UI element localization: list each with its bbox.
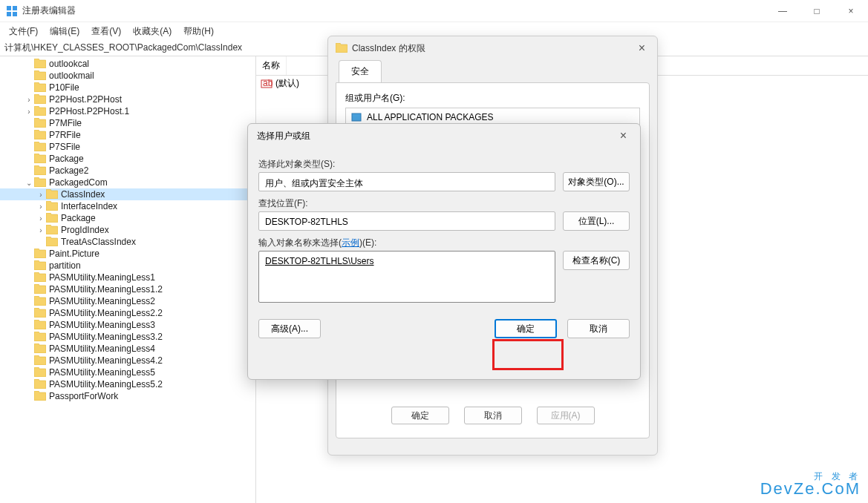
tree-item[interactable]: PASMUtility.MeaningLess1.2 xyxy=(0,283,255,295)
tree-caret-icon[interactable]: › xyxy=(24,96,34,104)
tree-item[interactable]: PASMUtility.MeaningLess2 xyxy=(0,295,255,307)
tree-item[interactable]: PassportForWork xyxy=(0,390,255,402)
tree-caret-icon[interactable]: ⌄ xyxy=(24,179,34,187)
folder-icon xyxy=(34,379,46,389)
tree-item[interactable]: P10File xyxy=(0,82,255,93)
perm-cancel-button[interactable]: 取消 xyxy=(464,407,522,424)
tree-item[interactable]: TreatAsClassIndex xyxy=(0,236,255,248)
svg-rect-2 xyxy=(7,12,11,16)
close-button[interactable]: × xyxy=(834,0,868,22)
tree-item-label: P7SFile xyxy=(49,142,80,152)
select-dialog-body: 选择此对象类型(S): 用户、组或内置安全主体 对象类型(O)... 查找位置(… xyxy=(248,148,640,319)
column-name[interactable]: 名称 xyxy=(256,56,287,75)
app-icon xyxy=(6,5,18,17)
object-name-input[interactable]: DESKTOP-82TLHLS\Users xyxy=(258,251,555,303)
tree-item[interactable]: PASMUtility.MeaningLess2.2 xyxy=(0,307,255,319)
list-item[interactable]: ALL APPLICATION PACKAGES xyxy=(347,110,638,125)
tree-item[interactable]: PASMUtility.MeaningLess5.2 xyxy=(0,378,255,390)
default-value-name: (默认) xyxy=(275,77,299,90)
tree-item[interactable]: PASMUtility.MeaningLess1 xyxy=(0,272,255,283)
tree-item[interactable]: ›P2PHost.P2PHost xyxy=(0,93,255,105)
tab-security[interactable]: 安全 xyxy=(339,60,382,82)
folder-icon xyxy=(34,308,46,318)
menu-help[interactable]: 帮助(H) xyxy=(177,24,220,39)
tree-item[interactable]: ›InterfaceIndex xyxy=(0,200,255,212)
examples-link[interactable]: 示例 xyxy=(342,237,359,248)
tree-item[interactable]: Package xyxy=(0,153,255,165)
tree-item[interactable]: Package2 xyxy=(0,165,255,177)
object-types-button[interactable]: 对象类型(O)... xyxy=(563,172,630,191)
tree-item[interactable]: PASMUtility.MeaningLess5 xyxy=(0,366,255,378)
tree-caret-icon[interactable]: › xyxy=(36,203,46,211)
list-item-label: ALL APPLICATION PACKAGES xyxy=(367,112,494,122)
folder-icon xyxy=(34,355,46,366)
tree-item[interactable]: PASMUtility.MeaningLess4 xyxy=(0,343,255,355)
select-dialog-footer: 高级(A)... 确定 取消 xyxy=(248,319,640,349)
tree-item[interactable]: ⌄PackagedCom xyxy=(0,177,255,188)
tree-item-label: TreatAsClassIndex xyxy=(61,237,136,247)
minimize-button[interactable]: — xyxy=(766,0,800,22)
tree-item[interactable]: outlookmail xyxy=(0,70,255,82)
permissions-close-button[interactable]: × xyxy=(634,40,650,56)
perm-ok-button[interactable]: 确定 xyxy=(391,407,449,424)
tree-item[interactable]: P7SFile xyxy=(0,141,255,153)
svg-rect-3 xyxy=(13,12,17,16)
select-dialog-close-button[interactable]: × xyxy=(616,128,631,144)
highlight-annotation xyxy=(492,339,564,370)
tree-panel[interactable]: outlookcaloutlookmailP10File›P2PHost.P2P… xyxy=(0,56,256,503)
tree-item-label: PackagedCom xyxy=(49,177,108,188)
tree-item[interactable]: P7RFile xyxy=(0,129,255,141)
tree-caret-icon[interactable]: › xyxy=(36,214,46,223)
tree-item[interactable]: partition xyxy=(0,260,255,272)
tree-item[interactable]: ›ClassIndex xyxy=(0,188,255,200)
maximize-button[interactable]: □ xyxy=(800,0,834,22)
tree-item-label: P7MFile xyxy=(49,118,82,128)
folder-icon xyxy=(34,249,46,259)
tree-item-label: PassportForWork xyxy=(49,391,118,401)
menu-edit[interactable]: 编辑(E) xyxy=(44,24,85,39)
tree-item[interactable]: Paint.Picture xyxy=(0,248,255,260)
tree-item[interactable]: P7MFile xyxy=(0,117,255,129)
advanced-button[interactable]: 高级(A)... xyxy=(258,319,321,338)
folder-icon xyxy=(46,189,58,200)
tree-caret-icon[interactable]: › xyxy=(36,191,46,199)
folder-icon xyxy=(34,260,46,271)
tree-item[interactable]: outlookcal xyxy=(0,58,255,70)
tree-item[interactable]: PASMUtility.MeaningLess3.2 xyxy=(0,331,255,343)
folder-icon xyxy=(34,59,46,69)
tree-item-label: P2PHost.P2PHost xyxy=(49,94,122,105)
tree-item-label: PASMUtility.MeaningLess5.2 xyxy=(49,379,163,389)
tree-item-label: P7RFile xyxy=(49,130,81,140)
menu-favorites[interactable]: 收藏夹(A) xyxy=(127,24,177,39)
string-value-icon: ab xyxy=(261,78,273,90)
menu-file[interactable]: 文件(F) xyxy=(3,24,44,39)
select-cancel-button[interactable]: 取消 xyxy=(567,319,630,338)
menu-view[interactable]: 查看(V) xyxy=(85,24,127,39)
folder-icon xyxy=(34,296,46,306)
tree-caret-icon[interactable]: › xyxy=(24,108,34,116)
folder-icon xyxy=(34,332,46,342)
tree-item-label: InterfaceIndex xyxy=(61,201,117,211)
tree-caret-icon[interactable]: › xyxy=(36,226,46,234)
tree-item[interactable]: ›P2PHost.P2PHost.1 xyxy=(0,105,255,117)
locations-button[interactable]: 位置(L)... xyxy=(563,211,630,231)
group-users-label: 组或用户名(G): xyxy=(345,92,640,105)
check-names-button[interactable]: 检查名称(C) xyxy=(563,251,630,270)
perm-apply-button[interactable]: 应用(A) xyxy=(537,407,595,424)
tree-item[interactable]: ›ProgIdIndex xyxy=(0,224,255,236)
tree-item-label: ClassIndex xyxy=(61,189,105,200)
entered-object-name: DESKTOP-82TLHLS\Users xyxy=(265,256,374,266)
tree-item[interactable]: PASMUtility.MeaningLess3 xyxy=(0,319,255,331)
permissions-titlebar: ClassIndex 的权限 × xyxy=(328,36,657,60)
tree-item-label: Package2 xyxy=(49,165,88,176)
folder-icon xyxy=(34,82,46,93)
folder-icon xyxy=(46,213,58,223)
select-ok-button[interactable]: 确定 xyxy=(495,319,557,338)
tree-item-label: PASMUtility.MeaningLess2.2 xyxy=(49,308,163,318)
tree-item-label: PASMUtility.MeaningLess4 xyxy=(49,343,155,354)
tree-item[interactable]: PASMUtility.MeaningLess4.2 xyxy=(0,355,255,366)
folder-icon xyxy=(34,284,46,295)
svg-rect-6 xyxy=(352,114,361,121)
tree-item[interactable]: ›Package xyxy=(0,212,255,224)
titlebar: 注册表编辑器 — □ × xyxy=(0,0,868,22)
